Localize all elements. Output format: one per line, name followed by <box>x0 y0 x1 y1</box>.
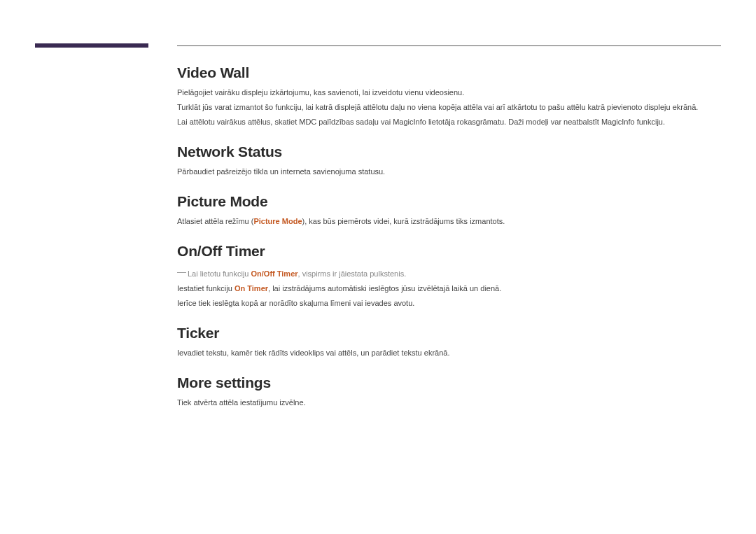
horizontal-rule <box>177 45 721 46</box>
note-line: ―Lai lietotu funkciju On/Off Timer, visp… <box>177 265 721 280</box>
paragraph: Lai attēlotu vairākus attēlus, skatiet M… <box>177 116 721 128</box>
paragraph: Iestatiet funkciju On Timer, lai izstrād… <box>177 283 721 295</box>
paragraph: Ievadiet tekstu, kamēr tiek rādīts video… <box>177 347 721 359</box>
section-on-off-timer: On/Off Timer ―Lai lietotu funkciju On/Of… <box>177 243 721 309</box>
accent-bar <box>35 43 148 48</box>
note-dash-icon: ― <box>177 267 186 277</box>
heading-picture-mode: Picture Mode <box>177 193 721 210</box>
text: Lai lietotu funkciju <box>188 269 251 278</box>
heading-video-wall: Video Wall <box>177 64 721 81</box>
section-video-wall: Video Wall Pielāgojiet vairāku displeju … <box>177 64 721 128</box>
heading-on-off-timer: On/Off Timer <box>177 243 721 260</box>
paragraph: Turklāt jūs varat izmantot šo funkciju, … <box>177 101 721 113</box>
section-ticker: Ticker Ievadiet tekstu, kamēr tiek rādīt… <box>177 325 721 359</box>
paragraph: Pārbaudiet pašreizējo tīkla un interneta… <box>177 166 721 178</box>
inline-bold: On Timer <box>234 284 268 293</box>
text: , vispirms ir jāiestata pulkstenis. <box>298 269 407 278</box>
paragraph: Pielāgojiet vairāku displeju izkārtojumu… <box>177 87 721 99</box>
heading-more-settings: More settings <box>177 374 721 391</box>
paragraph: Tiek atvērta attēla iestatījumu izvēlne. <box>177 397 721 409</box>
text: , lai izstrādājums automātiski ieslēgtos… <box>268 284 501 293</box>
inline-bold: Picture Mode <box>253 217 302 225</box>
note-text: Lai lietotu funkciju On/Off Timer, vispi… <box>188 269 406 278</box>
section-more-settings: More settings Tiek atvērta attēla iestat… <box>177 374 721 409</box>
section-network-status: Network Status Pārbaudiet pašreizējo tīk… <box>177 143 721 178</box>
paragraph: Ierīce tiek ieslēgta kopā ar norādīto sk… <box>177 297 721 309</box>
text: Atlasiet attēla režīmu ( <box>177 217 253 225</box>
text: Iestatiet funkciju <box>177 284 234 293</box>
text: ), kas būs piemērots videi, kurā izstrād… <box>302 217 505 225</box>
heading-network-status: Network Status <box>177 143 721 160</box>
inline-bold: On/Off Timer <box>251 269 298 278</box>
section-picture-mode: Picture Mode Atlasiet attēla režīmu (Pic… <box>177 193 721 227</box>
paragraph: Atlasiet attēla režīmu (Picture Mode), k… <box>177 216 721 227</box>
document-content: Video Wall Pielāgojiet vairāku displeju … <box>177 64 721 424</box>
heading-ticker: Ticker <box>177 325 721 342</box>
